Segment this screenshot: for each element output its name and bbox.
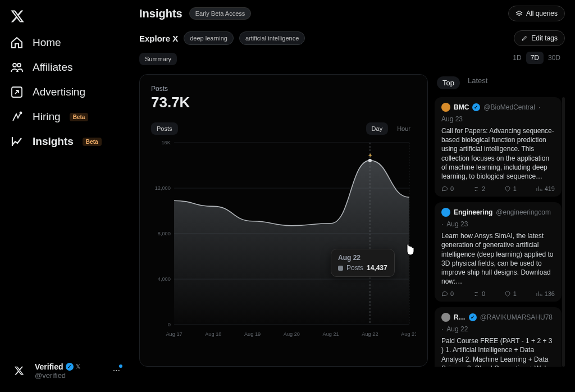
granularity-hour[interactable]: Hour [391,122,416,135]
feed-tabs: Top Latest [435,74,565,92]
feed-list[interactable]: BMC ✓ @BioMedCentral · Aug 23 Call for P… [435,97,565,367]
post-author[interactable]: BMC [454,103,469,111]
time-range-tabs: 1D 7D 30D [508,52,565,64]
page-title: Insights [139,7,182,20]
y-tick-label: 12,000 [155,185,171,191]
sidebar-item-label: Home [33,37,61,49]
post-date: Aug 23 [441,115,463,123]
posts-chart[interactable]: 04,0008,00012,00016K ✦Aug 17Aug 18Aug 19… [151,138,416,340]
repost-button[interactable]: 0 [473,290,485,297]
card-header: Engineering @engineeringcom · Aug 23 [441,208,555,228]
feed-column: Top Latest BMC ✓ @BioMedCentral · Aug 23… [435,74,565,367]
like-button[interactable]: 1 [504,185,517,192]
feed-tab-latest[interactable]: Latest [468,76,487,89]
beta-badge: Beta [83,138,102,146]
avatar[interactable] [441,208,450,217]
x-tick-label: Aug 22 [362,331,378,337]
reply-count: 0 [450,290,454,297]
verified-badge-icon: ✓ [66,363,74,371]
repost-count: 2 [482,185,485,192]
reply-button[interactable]: 0 [441,185,454,192]
post-author[interactable]: R… [454,313,466,321]
tooltip-series-label: Posts [346,264,363,272]
svg-point-0 [13,63,16,67]
separator-dot: · [441,325,443,333]
like-count: 1 [513,185,517,192]
scrollbar[interactable] [562,97,565,367]
early-beta-badge: Early Beta Access [189,7,252,20]
svg-point-10 [368,159,372,162]
account-switcher[interactable]: Verified ✓ 𝕏 @verified ··· [6,357,124,384]
sidebar-item-label: Advertising [33,86,85,98]
post-author[interactable]: Engineering [454,208,492,216]
account-name: Verified [35,362,63,371]
edit-tags-label: Edit tags [531,34,558,42]
tab-summary[interactable]: Summary [139,53,177,65]
post-handle: @RAVIKUMARSAHU78 [480,313,553,321]
series-swatch-icon [338,266,343,271]
x-logo-icon[interactable] [10,9,25,24]
sidebar-item-hiring[interactable]: Hiring Beta [6,104,124,129]
separator-dot: · [539,103,540,111]
repost-count: 0 [482,290,485,297]
main: Insights Early Beta Access All queries E… [129,0,575,392]
sidebar-item-label: Affiliates [33,61,72,74]
card-header: R… ✓ @RAVIKUMARSAHU78 · Aug 22 [441,313,555,333]
views-icon [536,185,542,192]
tag-chip[interactable]: artificial intelligence [239,31,305,45]
y-tick-label: 4,000 [158,276,171,282]
post-body: Paid Course FREE (PART - 1 + 2 + 3 ) 1. … [441,336,555,367]
stack-icon [515,10,523,17]
feed-card[interactable]: R… ✓ @RAVIKUMARSAHU78 · Aug 22 Paid Cour… [435,307,562,367]
views-count: 419 [545,185,555,192]
range-30d[interactable]: 30D [544,52,565,64]
views-stat: 419 [536,185,555,192]
sidebar-item-affiliates[interactable]: Affiliates [6,55,124,80]
range-7d[interactable]: 7D [526,52,544,64]
sidebar-item-insights[interactable]: Insights Beta [6,129,124,154]
avatar[interactable] [441,313,450,322]
feed-tab-top[interactable]: Top [437,76,460,89]
sidebar-item-home[interactable]: Home [6,30,124,55]
views-icon [536,290,542,297]
account-text: Verified ✓ 𝕏 @verified [35,362,107,380]
post-date: Aug 22 [446,325,468,333]
sidebar-item-advertising[interactable]: Advertising [6,80,124,104]
chart-metric-tab[interactable]: Posts [151,122,178,135]
more-icon[interactable]: ··· [113,366,120,376]
reply-icon [441,185,448,192]
card-actions: 0 2 1 419 [441,185,555,192]
chart-panel: Posts 73.7K Posts Day Hour 04,0008,00012… [139,74,428,367]
feed-card[interactable]: Engineering @engineeringcom · Aug 23 Lea… [435,202,562,302]
x-tick-label: Aug 18 [205,331,221,337]
svg-point-1 [17,63,21,67]
pencil-icon [521,35,528,42]
y-tick-label: 8,000 [158,231,171,236]
advertising-icon [10,85,24,99]
granularity-toggle: Day Hour [366,122,416,135]
affiliates-icon [10,61,24,74]
sidebar: Home Affiliates Advertising Hiring Beta … [0,0,129,392]
like-button[interactable]: 1 [504,290,517,297]
repost-button[interactable]: 2 [473,185,485,192]
post-body: Learn how Ansys SimAI, the latest genera… [441,231,555,286]
post-handle: @engineeringcom [496,208,551,216]
tag-chip[interactable]: deep learning [184,31,234,45]
granularity-day[interactable]: Day [366,122,389,135]
avatar [9,361,29,381]
reply-icon [441,290,448,297]
feed-card[interactable]: BMC ✓ @BioMedCentral · Aug 23 Call for P… [435,97,562,197]
pointer-cursor-icon [404,243,415,259]
like-count: 1 [513,290,517,297]
post-date: Aug 23 [446,220,468,228]
x-tick-label: Aug 17 [166,331,182,337]
all-queries-button[interactable]: All queries [508,6,565,21]
affiliate-badge-icon: 𝕏 [76,363,80,370]
avatar[interactable] [441,103,450,112]
sparkle-icon: ✦ [368,152,372,158]
range-1d[interactable]: 1D [508,52,526,64]
reply-count: 0 [450,185,454,192]
hiring-icon [10,110,24,124]
reply-button[interactable]: 0 [441,290,454,297]
edit-tags-button[interactable]: Edit tags [514,30,565,46]
